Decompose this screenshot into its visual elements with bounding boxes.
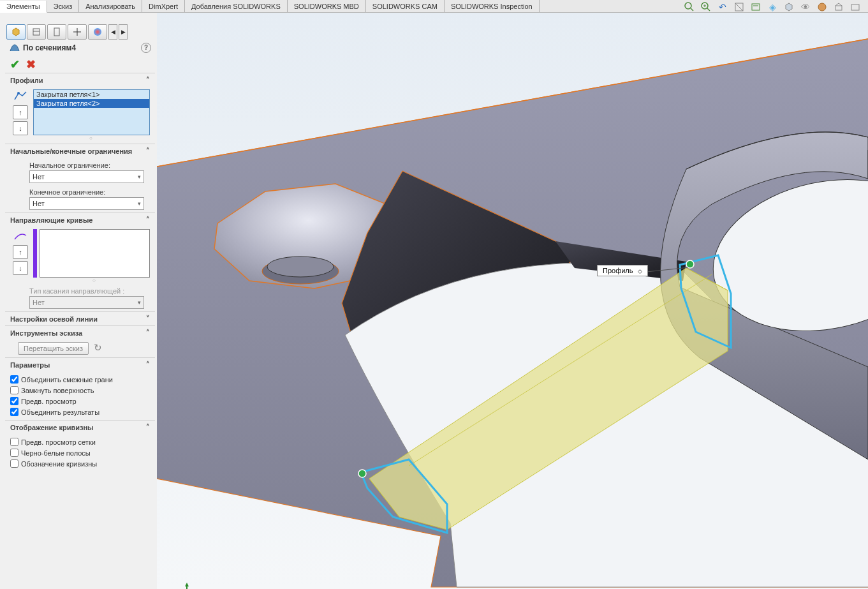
3d-viewport[interactable]: Профиль ◇ [157,13,868,589]
pm-tab-sheet[interactable] [47,24,66,40]
profiles-list[interactable]: Закрытая петля<1> Закрытая петля<2> [33,89,150,135]
tab-dimxpert[interactable]: DimXpert [142,0,185,12]
guide-move-down-button[interactable]: ↓ [13,261,28,275]
section-view-icon[interactable] [733,1,746,13]
list-resize-grip[interactable]: ○ [40,278,150,283]
chevron-up-icon: ˄ [146,76,150,84]
callout-handle-icon[interactable]: ◇ [638,268,642,274]
section-profiles-header[interactable]: Профили ˄ [5,73,155,87]
curv-mesh-check[interactable] [10,438,18,446]
feature-title: По сечениям4 [23,43,76,52]
ok-button[interactable]: ✔ [10,57,20,71]
curv-marks-check[interactable] [10,459,18,468]
profile-callout-text: Профиль [603,267,633,274]
tab-addins[interactable]: Добавления SOLIDWORKS [185,0,288,12]
param-close-surf[interactable]: Замкнуть поверхность [10,385,150,396]
svg-point-21 [267,257,334,277]
model-canvas [157,13,868,589]
profile-selector-icon [13,89,28,103]
zoom-area-icon[interactable] [700,1,712,13]
pm-tab-appearance[interactable] [88,24,107,40]
section-params-label: Параметры [10,361,50,369]
list-resize-grip[interactable]: ○ [33,135,150,141]
svg-point-18 [94,28,101,36]
section-guides-header[interactable]: Направляющие кривые ˄ [5,213,155,227]
param-merge-result[interactable]: Объединить результаты [10,406,150,417]
svg-rect-11 [835,6,842,10]
panel-tabrow: ◀ ▶ [5,23,155,40]
move-up-button[interactable]: ↑ [13,105,28,119]
section-curvature-header[interactable]: Отображение кривизны ˄ [5,421,155,434]
tab-features[interactable]: Элементы [0,1,47,13]
start-constraint-select[interactable]: Нет▾ [29,170,144,183]
guide-tangent-label: Тип касания направляющей : [29,286,150,296]
pm-tab-scroll-left[interactable]: ◀ [108,24,117,40]
pm-tab-origin[interactable] [68,24,87,40]
curv-mesh[interactable]: Предв. просмотр сетки [10,436,150,447]
help-icon[interactable]: ? [141,43,151,53]
section-centerline-header[interactable]: Настройки осевой линии ˅ [5,312,155,325]
start-constraint-label: Начальное ограничение: [29,160,150,170]
chevron-up-icon: ˄ [146,361,150,369]
section-sketchtools-header[interactable]: Инструменты эскиза ˄ [5,326,155,339]
section-guides-label: Направляющие кривые [10,216,92,224]
section-constraints-label: Начальные/конечные ограничения [10,147,132,155]
settings-icon[interactable] [849,1,862,13]
svg-rect-13 [33,29,40,35]
chevron-up-icon: ˄ [146,329,150,337]
feature-title-row: По сечениям4 ? [5,40,155,56]
param-preview[interactable]: Предв. просмотр [10,396,150,406]
guide-move-up-button[interactable]: ↑ [13,245,28,259]
svg-rect-8 [752,4,760,10]
guide-color-bar [33,229,37,278]
profile-item-1[interactable]: Закрытая петля<1> [34,90,149,99]
chevron-up-icon: ˄ [146,423,150,431]
pm-tab-config[interactable] [27,24,46,40]
end-constraint-select[interactable]: Нет▾ [29,197,144,210]
display-style-icon[interactable] [783,1,795,13]
guides-list[interactable] [40,229,150,278]
hide-show-icon[interactable]: 👁 [799,1,812,13]
param-close-surf-check[interactable] [10,386,18,394]
svg-point-23 [358,470,366,477]
curv-zebra-check[interactable] [10,449,18,457]
end-constraint-label: Конечное ограничение: [29,187,150,197]
cancel-button[interactable]: ✖ [26,57,36,71]
chevron-up-icon: ˄ [146,147,150,155]
pm-tab-scroll-right[interactable]: ▶ [119,24,128,40]
dynamic-notes-icon[interactable] [749,1,762,13]
param-merge-adjacent-check[interactable] [10,375,18,384]
appearance-icon[interactable] [816,1,828,13]
profile-item-2[interactable]: Закрытая петля<2> [34,99,149,108]
zoom-fit-icon[interactable] [683,1,696,13]
tab-analyze[interactable]: Анализировать [79,0,142,12]
chevron-down-icon: ˅ [146,315,150,323]
param-preview-check[interactable] [10,397,18,405]
section-curvature-label: Отображение кривизны [10,424,94,431]
svg-line-3 [707,8,710,11]
curv-marks[interactable]: Обозначение кривизны [10,458,150,469]
tab-inspection[interactable]: SOLIDWORKS Inspection [445,0,540,12]
redo-icon[interactable]: ↻ [94,342,102,353]
tab-sketch[interactable]: Эскиз [47,0,79,12]
param-merge-adjacent[interactable]: Объединить смежные грани [10,374,150,385]
scene-icon[interactable] [832,1,845,13]
curv-zebra[interactable]: Черно-белые полосы [10,447,150,458]
prev-view-icon[interactable]: ↶ [716,1,729,13]
param-merge-result-check[interactable] [10,408,18,416]
section-centerline-label: Настройки осевой линии [10,315,98,323]
svg-point-0 [685,3,691,9]
section-sketchtools-label: Инструменты эскиза [10,329,82,337]
tab-mbd[interactable]: SOLIDWORKS MBD [288,0,366,12]
section-constraints-header[interactable]: Начальные/конечные ограничения ˄ [5,144,155,158]
drag-sketch-button[interactable]: Перетащить эскиз [18,342,89,355]
move-down-button[interactable]: ↓ [13,121,28,135]
view-toolbar: ↶ ◈ 👁 [683,0,862,14]
svg-marker-26 [185,583,189,586]
section-params-header[interactable]: Параметры ˄ [5,358,155,371]
section-profiles-label: Профили [10,77,43,84]
pm-tab-feature[interactable] [6,24,26,40]
svg-point-10 [818,3,826,11]
orientation-icon[interactable]: ◈ [766,1,779,13]
tab-cam[interactable]: SOLIDWORKS CAM [366,0,445,12]
